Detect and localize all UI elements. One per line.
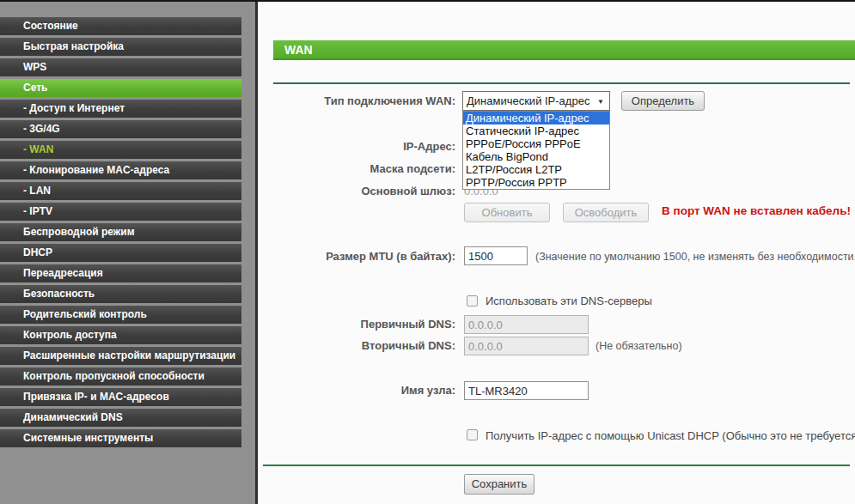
sidebar-item-access-control[interactable]: Контроль доступа [0,326,241,344]
wan-type-select[interactable]: Динамический IP-адрес ▼ [462,91,610,111]
wan-type-dropdown-list: Динамический IP-адрес Статический IP-адр… [462,111,610,190]
secondary-dns-label: Вторичный DNS: [260,340,455,352]
sidebar-item-wan[interactable]: - WAN [0,141,241,159]
divider-bottom [263,465,850,466]
sidebar-item-parental-control[interactable]: Родительский контроль [0,306,241,324]
secondary-dns-hint: (Не обязательно) [595,340,682,352]
divider-top [273,82,850,84]
sidebar-item-wps[interactable]: WPS [0,58,241,76]
unicast-dhcp-checkbox[interactable] [467,429,478,440]
sidebar-item-internet-access[interactable]: - Доступ к Интернет [0,100,241,118]
primary-dns-label: Первичный DNS: [260,319,455,331]
save-button[interactable]: Сохранить [464,474,534,495]
sidebar-item-bandwidth-control[interactable]: Контроль пропускной способности [0,367,241,386]
wan-type-option[interactable]: Статический IP-адрес [463,124,609,137]
sidebar-item-forwarding[interactable]: Переадресация [0,264,241,282]
renew-button[interactable]: Обновить [464,203,550,222]
mtu-hint: (Значение по умолчанию 1500, не изменять… [535,251,855,263]
sidebar-item-ip-mac-binding[interactable]: Привязка IP- и MAC-адресов [0,388,241,406]
sidebar-item-dhcp[interactable]: DHCP [0,244,241,262]
wan-type-option[interactable]: PPTP/Россия PPTP [463,176,609,189]
top-border [0,0,855,2]
wan-type-selected-value: Динамический IP-адрес [467,94,589,107]
router-admin-page: Состояние Быстрая настройка WPS Сеть - Д… [0,0,855,504]
wan-type-option[interactable]: Динамический IP-адрес [463,112,609,124]
wan-type-option[interactable]: Кабель BigPond [463,150,609,163]
release-button[interactable]: Освободить [563,203,649,222]
use-dns-label: Использовать эти DNS-серверы [486,295,652,307]
wan-type-label: Тип подключения WAN: [260,95,455,107]
chevron-down-icon: ▼ [597,93,604,111]
sidebar-item-system-tools[interactable]: Системные инструменты [0,429,241,447]
gateway-label: Основной шлюз: [260,185,455,197]
host-name-label: Имя узла: [260,385,455,397]
main-content: WAN Тип подключения WAN: Динамический IP… [260,0,855,504]
secondary-dns-input [464,337,589,355]
wan-type-option[interactable]: L2TP/Россия L2TP [463,163,609,176]
mtu-label: Размер MTU (в байтах): [260,251,455,263]
ip-address-label: IP-Адрес: [260,141,455,153]
mtu-input[interactable] [464,246,528,265]
sidebar-item-3g-4g[interactable]: - 3G/4G [0,120,241,138]
subnet-mask-label: Маска подсети: [260,163,455,175]
use-dns-checkbox[interactable] [467,295,478,307]
sidebar-item-status[interactable]: Состояние [0,17,241,35]
primary-dns-input [464,315,589,334]
sidebar-item-lan[interactable]: - LAN [0,182,241,200]
detect-button[interactable]: Определить [621,91,705,111]
unicast-dhcp-label: Получить IP-адрес с помощью Unicast DHCP… [486,430,855,442]
page-title: WAN [273,40,855,60]
sidebar-item-mac-clone[interactable]: - Клонирование MAC-адреса [0,161,241,179]
sidebar-item-quick-setup[interactable]: Быстрая настройка [0,38,241,56]
wan-cable-warning: В порт WAN не вставлен кабель! [662,204,851,217]
sidebar-item-wireless[interactable]: Беспроводной режим [0,223,241,241]
wan-type-option[interactable]: PPPoE/Россия PPPoE [463,137,609,150]
sidebar-item-security[interactable]: Безопасность [0,285,241,303]
sidebar-item-iptv[interactable]: - IPTV [0,203,241,221]
sidebar-item-ddns[interactable]: Динамический DNS [0,409,241,427]
sidebar: Состояние Быстрая настройка WPS Сеть - Д… [0,0,258,504]
sidebar-item-advanced-routing[interactable]: Расширенные настройки маршрутизации [0,347,241,365]
host-name-input[interactable] [464,381,589,400]
sidebar-item-network[interactable]: Сеть [0,79,241,97]
